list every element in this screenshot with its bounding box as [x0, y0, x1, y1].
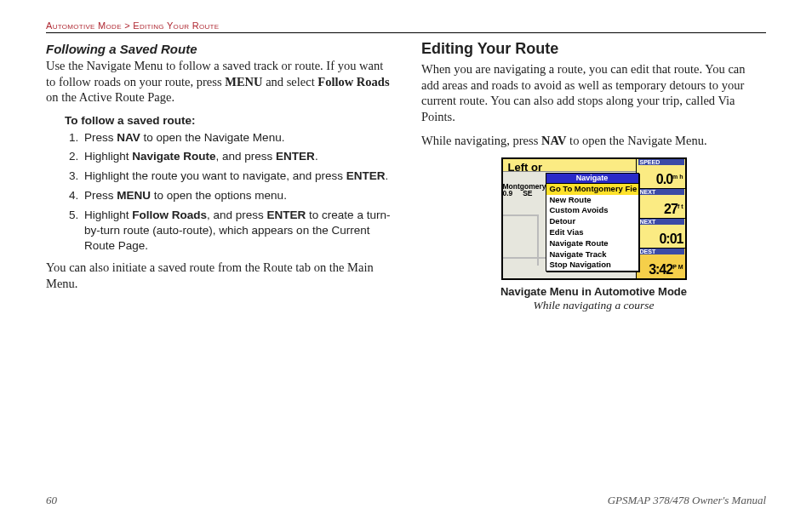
stat-label: SPEED [638, 159, 684, 165]
menu-item-new-route[interactable]: New Route [546, 195, 638, 206]
t: Press [84, 131, 117, 144]
stat-next-time: NEXT 0:01 [636, 219, 685, 249]
stat-value: 27f t [664, 202, 683, 217]
banner-left-or: Left or [508, 161, 542, 174]
t: P M [672, 263, 683, 269]
stat-value: 0.0m h [656, 172, 683, 187]
menu-item-detour[interactable]: Detour [546, 216, 638, 227]
left-closing: You can also initiate a saved route from… [46, 260, 391, 291]
stats-col: SPEED 0.0m h NEXT 27f t NEXT 0:01 DEST [636, 159, 685, 278]
t: , and press [216, 150, 277, 163]
menu-item-navigate-route[interactable]: Navigate Route [546, 238, 638, 249]
t: While navigating, press [421, 134, 541, 147]
step-3: Highlight the route you want to navigate… [82, 169, 391, 184]
stat-label: NEXT [638, 189, 684, 195]
t: Navigate Route [132, 150, 215, 163]
breadcrumb: Automotive Mode > Editing Your Route [46, 20, 766, 31]
page-number: 60 [46, 494, 57, 507]
steps-list: Press NAV to open the Navigate Menu. Hig… [65, 130, 391, 254]
t: m h [672, 174, 683, 180]
t: and select [263, 75, 318, 89]
t: ENTER [346, 169, 386, 182]
right-column: Editing Your Route When you are navigati… [421, 38, 766, 312]
t: NAV [117, 131, 140, 144]
navigate-menu: Navigate Go To Montgomery Fie New Route … [546, 173, 639, 272]
t: MENU [117, 189, 151, 202]
t: 3:42 [649, 262, 672, 277]
t: Highlight [84, 150, 132, 163]
step-2: Highlight Navigate Route, and press ENTE… [82, 149, 391, 164]
road-line [503, 214, 537, 216]
step-5: Highlight Follow Roads, and press ENTER … [82, 208, 391, 253]
t: ENTER [267, 209, 306, 221]
t: Follow Roads [132, 209, 207, 221]
stat-dest: DEST 3:42P M [636, 249, 685, 277]
menu-item-edit-vias[interactable]: Edit Vias [546, 227, 638, 238]
t: , and press [207, 209, 267, 221]
t: SE [523, 189, 532, 197]
right-p2: While navigating, press NAV to open the … [421, 133, 766, 149]
left-column: Following a Saved Route Use the Navigate… [46, 38, 391, 312]
road-line [503, 257, 546, 259]
t: to open the Navigate Menu. [566, 134, 706, 147]
t: 0.9 [503, 189, 513, 197]
breadcrumb-sep: > [124, 20, 130, 31]
t: . [385, 169, 388, 182]
right-heading: Editing Your Route [421, 40, 766, 58]
t: on the Active Route Page. [46, 90, 174, 104]
t: to open the Navigate Menu. [140, 131, 285, 144]
navigate-menu-title: Navigate [546, 174, 638, 184]
t: Highlight [84, 209, 132, 221]
t: Highlight the route you want to navigate… [84, 169, 346, 182]
t: 27 [664, 202, 678, 216]
menu-item-stop-navigation[interactable]: Stop Navigation [546, 260, 638, 271]
figure-caption-1: Navigate Menu in Automotive Mode [421, 285, 766, 298]
t: 0.0 [656, 172, 672, 186]
screenshot-figure: Left or Montgomery F 0.9 SE SPEED 0.0m h… [421, 157, 766, 312]
breadcrumb-a: Automotive Mode [46, 20, 122, 31]
stat-speed: SPEED 0.0m h [636, 159, 685, 189]
stat-value: 0:01 [659, 232, 683, 247]
t: to open the options menu. [151, 189, 287, 202]
t: . [315, 150, 318, 163]
task-heading: To follow a saved route: [65, 114, 391, 127]
step-4: Press MENU to open the options menu. [82, 188, 391, 203]
stat-value: 3:42P M [649, 262, 683, 277]
menu-item-custom-avoids[interactable]: Custom Avoids [546, 205, 638, 216]
t: ENTER [276, 150, 315, 163]
stat-label: NEXT [638, 219, 684, 225]
right-p1: When you are navigating a route, you can… [421, 61, 766, 124]
stat-label: DEST [638, 249, 684, 254]
left-intro: Use the Navigate Menu to follow a saved … [46, 58, 391, 106]
left-subheading: Following a Saved Route [46, 42, 391, 56]
manual-title: GPSMAP 378/478 Owner's Manual [608, 494, 766, 507]
menu-item-goto[interactable]: Go To Montgomery Fie [546, 184, 638, 195]
t: f t [678, 203, 683, 209]
header-rule [46, 32, 766, 33]
stat-next-dist: NEXT 27f t [636, 189, 685, 219]
t: NAV [541, 134, 567, 147]
device-screenshot: Left or Montgomery F 0.9 SE SPEED 0.0m h… [501, 157, 687, 280]
t: Press [84, 189, 117, 202]
t: Follow Roads [317, 75, 389, 89]
breadcrumb-b: Editing Your Route [133, 20, 219, 31]
figure-caption-2: While navigating a course [421, 299, 766, 312]
menu-item-navigate-track[interactable]: Navigate Track [546, 249, 638, 260]
step-1: Press NAV to open the Navigate Menu. [82, 130, 391, 146]
t: 0:01 [659, 232, 683, 246]
t: MENU [225, 75, 262, 89]
page-footer: 60 GPSMAP 378/478 Owner's Manual [46, 494, 766, 507]
